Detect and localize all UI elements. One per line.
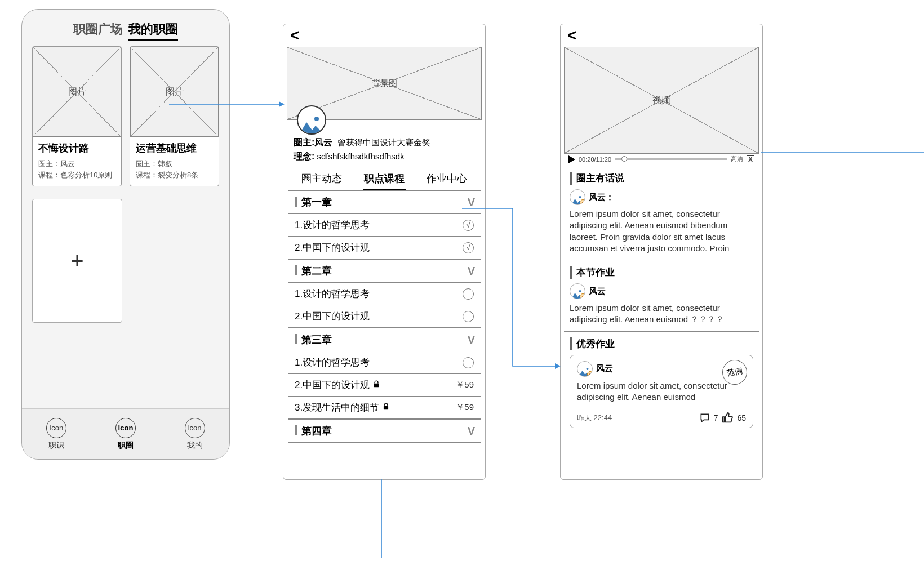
bottom-tabbar: icon 职识 icon 职圈 icon 我的 xyxy=(22,408,229,459)
section-title: 优秀作业 xyxy=(570,337,753,350)
lesson-row[interactable]: 1.设计的哲学思考 xyxy=(288,351,481,374)
tab-circle[interactable]: icon 职圈 xyxy=(115,418,136,451)
talk-body: Lorem ipsum dolor sit amet, consectetur … xyxy=(570,208,753,254)
lesson-row[interactable]: 1.设计的哲学思考 √ xyxy=(288,214,481,237)
excellent-footer: 昨天 22:44 7 65 xyxy=(577,412,746,424)
section-homework: 本节作业 v 风云 Lorem ipsum dolor sit amet, co… xyxy=(564,260,759,332)
tab-mine[interactable]: icon 我的 xyxy=(185,418,205,451)
circle-card[interactable]: 图片 运营基础思维 圈主：韩叙 课程：裂变分析8条 xyxy=(130,46,219,186)
avatar-icon xyxy=(300,115,323,133)
flow-arrow xyxy=(462,203,563,372)
lesson-row[interactable]: 2.中国下的设计观 xyxy=(288,305,481,328)
lock-icon xyxy=(382,403,390,411)
back-button[interactable]: < xyxy=(283,24,306,47)
owner-info: 圈主:风云 曾获得中国设计大赛金奖 理念: sdfshfskfhsdkfhsdf… xyxy=(283,135,485,166)
section-title: 本节作业 xyxy=(570,266,753,279)
card-meta: 圈主：韩叙 课程：裂变分析8条 xyxy=(136,158,213,180)
svg-point-5 xyxy=(587,368,589,370)
post-time: 昨天 22:44 xyxy=(577,413,612,423)
tab-icon: icon xyxy=(46,418,66,438)
mini-avatar-icon: v xyxy=(577,361,593,377)
mini-avatar-icon: v xyxy=(570,189,585,205)
card-image-placeholder: 图片 xyxy=(33,47,121,137)
owner-avatar[interactable] xyxy=(297,105,326,135)
add-circle-button[interactable]: + xyxy=(32,199,122,323)
tab-homework[interactable]: 作业中心 xyxy=(425,170,468,190)
card-title: 不悔设计路 xyxy=(38,141,115,155)
card-image-placeholder: 图片 xyxy=(130,47,219,137)
comment-icon[interactable] xyxy=(699,412,710,424)
svg-marker-7 xyxy=(279,101,285,107)
excellent-card[interactable]: 范例 v 风云 Lorem ipsum dolor sit amet, cons… xyxy=(570,355,753,429)
author-line: v 风云： xyxy=(570,189,753,205)
author-line: v 风云 xyxy=(577,361,746,377)
video-playbar: 00:20/11:20 高清 X xyxy=(564,154,759,166)
tab-icon: icon xyxy=(185,418,205,438)
quality-label[interactable]: 高清 xyxy=(731,155,743,163)
lesson-price: ￥59 xyxy=(456,380,474,390)
chapter-header[interactable]: 第一章V xyxy=(288,190,481,214)
like-icon[interactable] xyxy=(721,412,734,424)
section-title: 圈主有话说 xyxy=(570,172,753,185)
lesson-row[interactable]: 3.发现生活中的细节 ￥59 xyxy=(288,397,481,419)
screen-circle-list: 职圈广场 我的职圈 图片 不悔设计路 圈主：风云 课程：色彩分析10原则 图片 … xyxy=(21,9,230,460)
svg-point-0 xyxy=(314,117,319,121)
tab-feed[interactable]: 圈主动态 xyxy=(300,170,343,190)
svg-point-4 xyxy=(579,290,581,292)
svg-rect-1 xyxy=(374,384,379,387)
circle-cards-row: 图片 不悔设计路 圈主：风云 课程：色彩分析10原则 图片 运营基础思维 圈主：… xyxy=(22,46,229,186)
top-tabs: 职圈广场 我的职圈 xyxy=(22,10,229,46)
tab-plaza[interactable]: 职圈广场 xyxy=(73,21,123,41)
tab-icon: icon xyxy=(115,418,136,438)
homework-body: Lorem ipsum dolor sit amet, consectetur … xyxy=(570,302,753,326)
video-placeholder[interactable]: 视频 xyxy=(564,47,759,154)
svg-point-3 xyxy=(579,196,581,198)
chevron-down-icon: V xyxy=(468,425,474,438)
progress-slider[interactable] xyxy=(615,158,727,160)
screen-circle-detail: < 背景图 圈主:风云 曾获得中国设计大赛金奖 理念: sdfshfskfhsd… xyxy=(283,24,486,480)
lesson-row[interactable]: 2.中国下的设计观 √ xyxy=(288,237,481,259)
back-button[interactable]: < xyxy=(561,24,583,47)
svg-marker-8 xyxy=(555,363,561,369)
svg-rect-2 xyxy=(384,406,388,409)
tab-course[interactable]: 职点课程 xyxy=(363,170,406,190)
chapter-header[interactable]: 第三章V xyxy=(288,328,481,351)
lesson-row[interactable]: 1.设计的哲学思考 xyxy=(288,283,481,305)
comment-count: 7 xyxy=(714,413,718,422)
mini-avatar-icon: v xyxy=(570,283,585,299)
flow-arrow xyxy=(169,96,287,113)
chapter-header[interactable]: 第四章V xyxy=(288,419,481,443)
author-line: v 风云 xyxy=(570,283,753,299)
card-meta: 圈主：风云 课程：色彩分析10原则 xyxy=(38,158,115,180)
lesson-row[interactable]: 2.中国下的设计观 ￥59 xyxy=(288,374,481,397)
screen-lesson-detail: < 视频 00:20/11:20 高清 X 圈主有话说 v 风云： Lorem … xyxy=(560,24,763,480)
flow-line xyxy=(373,479,390,558)
section-owner-talk: 圈主有话说 v 风云： Lorem ipsum dolor sit amet, … xyxy=(564,166,759,260)
lesson-price: ￥59 xyxy=(456,402,474,413)
play-time: 00:20/11:20 xyxy=(579,156,611,163)
chapter-header[interactable]: 第二章V xyxy=(288,259,481,283)
tab-knowledge[interactable]: icon 职识 xyxy=(46,418,66,451)
like-count: 65 xyxy=(737,413,746,422)
flow-line xyxy=(761,146,924,158)
close-video-button[interactable]: X xyxy=(747,155,754,163)
card-title: 运营基础思维 xyxy=(136,141,213,155)
section-excellent: 优秀作业 范例 v 风云 Lorem ipsum dolor sit amet,… xyxy=(564,332,759,434)
detail-tabs: 圈主动态 职点课程 作业中心 xyxy=(288,166,481,190)
tab-my-circles[interactable]: 我的职圈 xyxy=(128,21,178,41)
excellent-body: Lorem ipsum dolor sit amet, consectetur … xyxy=(577,380,746,403)
lock-icon xyxy=(372,380,380,388)
circle-card[interactable]: 图片 不悔设计路 圈主：风云 课程：色彩分析10原则 xyxy=(32,46,122,186)
play-icon[interactable] xyxy=(568,155,575,163)
